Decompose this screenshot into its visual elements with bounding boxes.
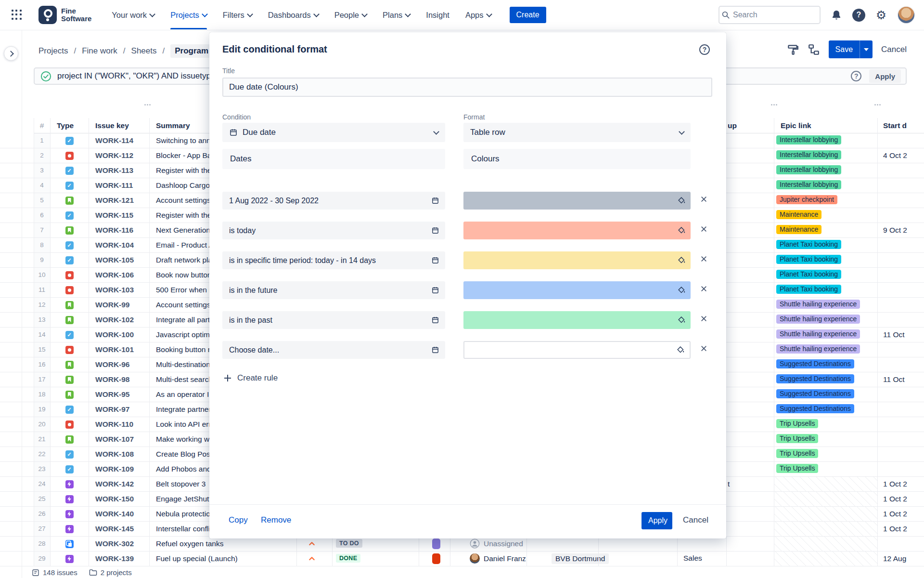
- epic-link-cell[interactable]: Planet Taxi booking: [774, 268, 877, 282]
- start-date-cell[interactable]: 12 Aug: [877, 552, 923, 566]
- epic-link-cell[interactable]: Trip Upsells: [774, 447, 877, 461]
- create-button[interactable]: Create: [510, 7, 546, 23]
- issue-key-cell[interactable]: WORK-101: [89, 342, 149, 357]
- type-cell[interactable]: [50, 372, 89, 387]
- user-avatar[interactable]: [897, 6, 915, 24]
- dept-cell[interactable]: Sales: [683, 554, 702, 563]
- type-cell[interactable]: [50, 342, 89, 357]
- issue-key-cell[interactable]: WORK-98: [89, 372, 149, 387]
- nav-item-plans[interactable]: Plans: [383, 11, 410, 20]
- issue-key-cell[interactable]: WORK-116: [89, 223, 149, 237]
- dialog-cancel-button[interactable]: Cancel: [683, 515, 708, 525]
- epic-link-tag[interactable]: Jupiter checkpoint: [776, 195, 837, 204]
- type-cell[interactable]: [50, 313, 89, 327]
- nav-item-dashboards[interactable]: Dashboards: [268, 11, 319, 20]
- column-handle[interactable]: [771, 104, 777, 105]
- epic-link-cell[interactable]: Shuttle hailing experience: [774, 313, 877, 327]
- epic-link-tag[interactable]: Interstellar lobbying: [776, 165, 841, 174]
- dialog-help-icon[interactable]: ?: [699, 44, 710, 55]
- issue-key-cell[interactable]: WORK-112: [89, 148, 149, 163]
- format-title-input[interactable]: [222, 78, 712, 97]
- epic-link-cell[interactable]: Suggested Destinations: [774, 402, 877, 417]
- epic-link-cell[interactable]: Interstellar lobbying: [774, 148, 877, 163]
- rule-color-bar[interactable]: [463, 311, 691, 329]
- dialog-apply-button[interactable]: Apply: [642, 512, 672, 529]
- remove-button[interactable]: Remove: [261, 515, 291, 525]
- settings-gear-icon[interactable]: ⚙: [875, 9, 887, 21]
- rule-remove-button[interactable]: [700, 315, 710, 325]
- rule-color-bar-empty[interactable]: [463, 341, 691, 359]
- rule-date-field[interactable]: is today: [222, 222, 445, 239]
- epic-link-tag[interactable]: Trip Upsells: [776, 464, 818, 473]
- issue-key-cell[interactable]: WORK-97: [89, 402, 149, 417]
- type-cell[interactable]: [50, 462, 89, 476]
- start-date-cell[interactable]: 1 Oct 2: [877, 492, 923, 506]
- epic-link-tag[interactable]: Interstellar lobbying: [776, 135, 841, 144]
- epic-link-cell[interactable]: Interstellar lobbying: [774, 133, 877, 148]
- status-badge[interactable]: DONE: [336, 554, 360, 563]
- rule-date-field[interactable]: is in specific time period: today - in 1…: [222, 251, 445, 269]
- status-badge[interactable]: TO DO: [336, 539, 362, 548]
- issue-key-cell[interactable]: WORK-139: [89, 552, 149, 566]
- type-cell[interactable]: [50, 193, 89, 208]
- epic-link-cell[interactable]: Maintenance: [774, 208, 877, 223]
- rule-date-field[interactable]: 1 Aug 2022 - 30 Sep 2022: [222, 192, 445, 210]
- type-cell[interactable]: [50, 133, 89, 148]
- issue-key-cell[interactable]: WORK-102: [89, 313, 149, 327]
- epic-link-tag[interactable]: Trip Upsells: [776, 449, 818, 458]
- type-cell[interactable]: [50, 477, 89, 491]
- rule-remove-button[interactable]: [700, 196, 710, 205]
- summary-cell[interactable]: Fuel up special (Launch): [149, 552, 294, 566]
- issue-key-cell[interactable]: WORK-109: [89, 462, 149, 476]
- rule-color-bar[interactable]: [463, 281, 691, 299]
- start-date-cell[interactable]: 11 Oct: [877, 328, 923, 342]
- rule-color-bar[interactable]: [463, 251, 691, 269]
- type-cell[interactable]: [50, 328, 89, 342]
- assignee-cell[interactable]: Unassigned: [470, 539, 523, 549]
- issue-key-cell[interactable]: WORK-142: [89, 477, 149, 491]
- issue-key-cell[interactable]: WORK-111: [89, 178, 149, 193]
- issue-key-cell[interactable]: WORK-105: [89, 253, 149, 267]
- header-issue-key[interactable]: Issue key: [95, 118, 129, 133]
- issue-key-cell[interactable]: WORK-100: [89, 328, 149, 342]
- rule-color-bar[interactable]: [463, 222, 691, 239]
- issue-key-cell[interactable]: WORK-106: [89, 268, 149, 282]
- epic-link-tag[interactable]: Suggested Destinations: [776, 374, 854, 383]
- issue-key-cell[interactable]: WORK-96: [89, 357, 149, 372]
- epic-link-cell[interactable]: Maintenance: [774, 223, 877, 237]
- type-cell[interactable]: [50, 417, 89, 432]
- epic-link-cell[interactable]: Planet Taxi booking: [774, 283, 877, 297]
- nav-item-filters[interactable]: Filters: [223, 11, 252, 20]
- type-cell[interactable]: [50, 148, 89, 163]
- rule-date-field[interactable]: Choose date...: [222, 341, 445, 359]
- issue-key-cell[interactable]: WORK-104: [89, 238, 149, 252]
- condition-select[interactable]: Due date: [222, 123, 445, 142]
- epic-link-tag[interactable]: Trip Upsells: [776, 434, 818, 443]
- epic-link-tag[interactable]: Shuttle hailing experience: [776, 329, 860, 339]
- issue-key-cell[interactable]: WORK-140: [89, 507, 149, 521]
- epic-link-tag[interactable]: Shuttle hailing experience: [776, 315, 860, 324]
- org-cell[interactable]: BVB Dortmund: [552, 553, 609, 564]
- type-cell[interactable]: [50, 223, 89, 237]
- epic-link-tag[interactable]: Shuttle hailing experience: [776, 300, 860, 309]
- color-swatch[interactable]: [432, 553, 440, 564]
- epic-link-tag[interactable]: Maintenance: [776, 210, 821, 219]
- issue-key-cell[interactable]: WORK-103: [89, 283, 149, 297]
- issue-key-cell[interactable]: WORK-99: [89, 298, 149, 312]
- nav-item-projects[interactable]: Projects: [170, 11, 207, 20]
- start-date-cell[interactable]: 1 Oct 2: [877, 507, 923, 521]
- rule-date-field[interactable]: is in the future: [222, 281, 445, 299]
- type-cell[interactable]: [50, 552, 89, 566]
- type-cell[interactable]: [50, 522, 89, 536]
- epic-link-cell[interactable]: Shuttle hailing experience: [774, 328, 877, 342]
- issue-key-cell[interactable]: WORK-302: [89, 537, 149, 551]
- type-cell[interactable]: [50, 238, 89, 252]
- priority-cell[interactable]: [308, 555, 316, 563]
- type-cell[interactable]: [50, 357, 89, 372]
- epic-link-cell[interactable]: Shuttle hailing experience: [774, 298, 877, 312]
- type-cell[interactable]: [50, 537, 89, 551]
- epic-link-tag[interactable]: Shuttle hailing experience: [776, 344, 860, 354]
- color-swatch[interactable]: [432, 539, 440, 549]
- header-summary[interactable]: Summary: [156, 118, 190, 133]
- epic-link-cell[interactable]: Interstellar lobbying: [774, 163, 877, 178]
